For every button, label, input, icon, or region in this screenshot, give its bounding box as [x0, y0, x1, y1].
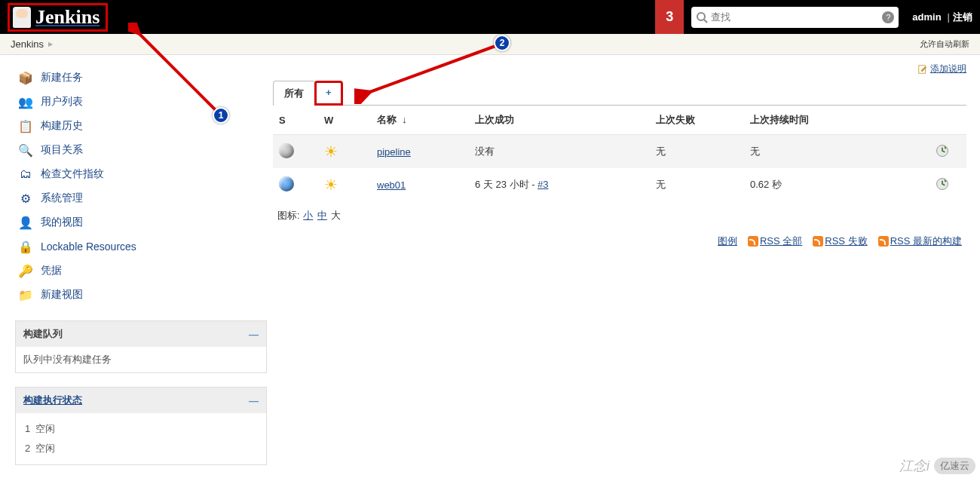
legend-link[interactable]: 图例 — [718, 234, 737, 248]
col-duration[interactable]: 上次持续时间 — [744, 106, 929, 135]
svg-point-0 — [697, 13, 705, 20]
annotation-badge-2: 2 — [494, 35, 510, 51]
view-tabs: 所有 + — [273, 80, 966, 106]
build-queue-body: 队列中没有构建任务 — [16, 347, 266, 372]
folder-icon: 📁 — [18, 287, 33, 302]
tab-add-view[interactable]: + — [314, 81, 343, 106]
sidebar-item-label: Lockable Resources — [41, 241, 136, 253]
status-ball-blue-icon — [279, 176, 294, 192]
col-last-fail[interactable]: 上次失败 — [650, 106, 744, 135]
sidebar-item-build-history[interactable]: 📋构建历史 — [15, 114, 267, 138]
sidebar-item-label: 项目关系 — [41, 143, 83, 157]
sidebar: 📦新建任务 👥用户列表 📋构建历史 🔍项目关系 🗂检查文件指纹 ⚙系统管理 👤我… — [0, 55, 273, 465]
icon-size-large: 大 — [331, 210, 341, 221]
watermark-brand: 亿速云 — [934, 458, 975, 474]
fingerprint-icon: 🗂 — [18, 167, 33, 182]
watermark: 江念i 亿速云 — [899, 457, 975, 475]
rss-icon — [813, 236, 823, 247]
add-description-link[interactable]: 添加说明 — [917, 63, 966, 75]
cell-last-success: 没有 — [469, 135, 650, 169]
sidebar-item-new-job[interactable]: 📦新建任务 — [15, 66, 267, 90]
people-icon: 👥 — [18, 94, 33, 109]
col-actions — [929, 106, 966, 135]
executor-row: 2 空闲 — [23, 439, 259, 458]
sidebar-item-credentials[interactable]: 🔑凭据 — [15, 259, 267, 283]
annotation-badge-1: 1 — [213, 107, 229, 124]
user-view-icon: 👤 — [18, 215, 33, 230]
sidebar-item-project-relationship[interactable]: 🔍项目关系 — [15, 138, 267, 162]
logo-text: Jenkins — [35, 6, 100, 29]
new-job-icon: 📦 — [18, 70, 33, 85]
sidebar-item-manage[interactable]: ⚙系统管理 — [15, 186, 267, 210]
chevron-right-icon: ▶ — [48, 41, 53, 47]
executor-header: 构建执行状态 — — [16, 388, 266, 413]
sidebar-item-label: 系统管理 — [41, 192, 83, 205]
rss-icon — [878, 236, 889, 247]
top-header: Jenkins 3 ? admin | 注销 — [0, 0, 980, 34]
rss-latest-link[interactable]: RSS 最新的构建 — [890, 235, 962, 247]
build-number-link[interactable]: #3 — [537, 179, 548, 190]
weather-sunny-icon: ☀ — [324, 176, 338, 193]
status-ball-grey-icon — [279, 143, 294, 158]
cell-duration: 无 — [744, 135, 929, 169]
rss-all-link[interactable]: RSS 全部 — [760, 235, 802, 247]
sidebar-item-fingerprint[interactable]: 🗂检查文件指纹 — [15, 162, 267, 186]
sort-arrow-icon: ↓ — [402, 114, 407, 125]
col-last-success[interactable]: 上次成功 — [469, 106, 650, 135]
sidebar-item-label: 构建历史 — [41, 119, 83, 133]
table-row: ☀ web01 6 天 23 小时 - #3 无 0.62 秒 — [273, 168, 966, 201]
col-name[interactable]: 名称 ↓ — [371, 106, 469, 135]
notification-badge[interactable]: 3 — [655, 0, 684, 34]
cell-duration: 0.62 秒 — [744, 168, 929, 201]
icon-size-medium[interactable]: 中 — [317, 210, 327, 221]
search-icon — [696, 11, 708, 23]
jenkins-mascot-icon — [13, 7, 31, 28]
executor-panel: 构建执行状态 — 1 空闲 2 空闲 — [15, 387, 267, 465]
col-status[interactable]: S — [273, 106, 318, 135]
sidebar-item-label: 新建任务 — [41, 71, 83, 84]
key-icon: 🔑 — [18, 263, 33, 278]
breadcrumb-root[interactable]: Jenkins — [11, 38, 44, 50]
sidebar-item-label: 检查文件指纹 — [41, 167, 104, 181]
breadcrumb: Jenkins ▶ 允许自动刷新 — [0, 34, 980, 55]
sidebar-item-label: 新建视图 — [41, 288, 83, 302]
svg-line-1 — [704, 20, 707, 23]
lock-icon: 🔒 — [18, 239, 33, 254]
cell-last-fail: 无 — [650, 168, 744, 201]
cell-last-fail: 无 — [650, 135, 744, 169]
search-box[interactable]: ? — [691, 7, 899, 28]
schedule-build-icon[interactable] — [935, 176, 950, 192]
jenkins-logo[interactable]: Jenkins — [8, 3, 108, 32]
sidebar-item-label: 我的视图 — [41, 216, 83, 229]
sidebar-item-new-view[interactable]: 📁新建视图 — [15, 283, 267, 307]
sidebar-item-label: 用户列表 — [41, 95, 83, 109]
sidebar-item-label: 凭据 — [41, 264, 62, 277]
build-queue-panel: 构建队列 — 队列中没有构建任务 — [15, 320, 267, 373]
executor-title-link[interactable]: 构建执行状态 — [23, 394, 82, 407]
sidebar-item-my-views[interactable]: 👤我的视图 — [15, 210, 267, 234]
collapse-icon[interactable]: — — [249, 329, 259, 340]
rss-fail-link[interactable]: RSS 失败 — [825, 235, 867, 247]
edit-icon — [917, 64, 928, 75]
job-table: S W 名称 ↓ 上次成功 上次失败 上次持续时间 ☀ pipeline 没有 … — [273, 106, 966, 201]
cell-last-success: 6 天 23 小时 - #3 — [469, 168, 650, 201]
search-input[interactable] — [711, 11, 879, 23]
auto-refresh-link[interactable]: 允许自动刷新 — [920, 38, 969, 50]
tab-all[interactable]: 所有 — [273, 81, 315, 106]
main-content: 添加说明 所有 + S W 名称 ↓ 上次成功 上次失败 上次持续时间 — [273, 55, 980, 465]
sidebar-item-users[interactable]: 👥用户列表 — [15, 90, 267, 114]
history-icon: 📋 — [18, 118, 33, 133]
job-link-pipeline[interactable]: pipeline — [377, 146, 411, 158]
col-weather[interactable]: W — [318, 106, 371, 135]
job-link-web01[interactable]: web01 — [377, 179, 406, 191]
rss-icon — [748, 236, 758, 247]
add-description-label: 添加说明 — [930, 63, 966, 75]
schedule-build-icon[interactable] — [935, 143, 950, 158]
help-icon[interactable]: ? — [882, 11, 894, 23]
collapse-icon[interactable]: — — [249, 395, 259, 406]
sidebar-item-lockable[interactable]: 🔒Lockable Resources — [15, 234, 267, 259]
logout-link[interactable]: 注销 — [953, 11, 972, 24]
gear-icon: ⚙ — [18, 191, 33, 206]
icon-size-small[interactable]: 小 — [303, 210, 313, 221]
current-user-link[interactable]: admin — [912, 11, 941, 23]
